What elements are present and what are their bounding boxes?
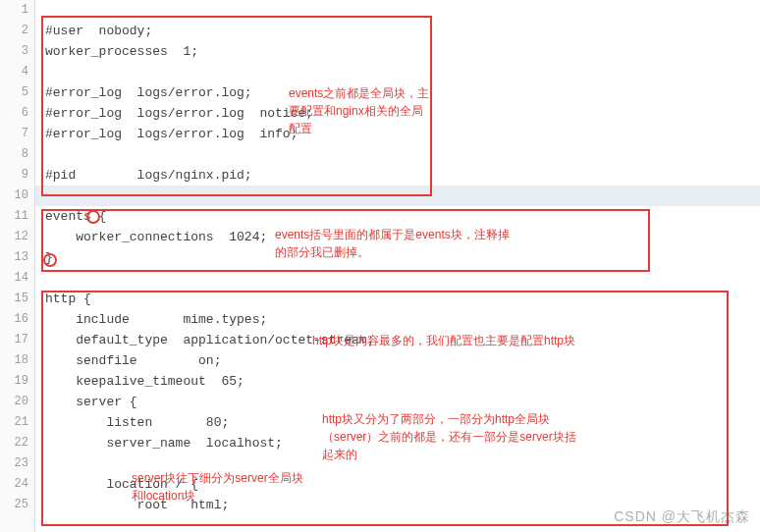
line-number: 14 bbox=[0, 268, 34, 289]
line-number: 1 bbox=[0, 0, 34, 21]
line-number: 19 bbox=[0, 371, 34, 392]
line-number: 12 bbox=[0, 227, 34, 247]
line-number: 2 bbox=[0, 21, 34, 41]
code-line: #error_log logs/error.log; bbox=[35, 82, 760, 103]
code-line: listen 80; bbox=[35, 412, 760, 433]
code-line bbox=[35, 144, 760, 165]
code-line: #user nobody; bbox=[35, 21, 760, 41]
line-number: 17 bbox=[0, 330, 34, 350]
line-number: 8 bbox=[0, 144, 34, 165]
code-line: } bbox=[35, 247, 760, 268]
code-line: worker_connections 1024; bbox=[35, 227, 760, 247]
line-number: 22 bbox=[0, 433, 34, 453]
code-line: keepalive_timeout 65; bbox=[35, 371, 760, 392]
code-editor: 1234567891011121314151617181920212223242… bbox=[0, 0, 760, 532]
line-number: 25 bbox=[0, 495, 34, 515]
line-number: 9 bbox=[0, 165, 34, 186]
line-number: 3 bbox=[0, 41, 34, 62]
code-line bbox=[35, 453, 760, 474]
line-number: 13 bbox=[0, 247, 34, 268]
line-number: 18 bbox=[0, 350, 34, 371]
code-line: #error_log logs/error.log info; bbox=[35, 124, 760, 144]
line-number: 24 bbox=[0, 474, 34, 495]
code-line: worker_processes 1; bbox=[35, 41, 760, 62]
code-line: events { bbox=[35, 206, 760, 227]
line-number: 7 bbox=[0, 124, 34, 144]
line-number: 4 bbox=[0, 62, 34, 82]
code-line bbox=[35, 186, 760, 206]
code-line: sendfile on; bbox=[35, 350, 760, 371]
code-line bbox=[35, 0, 760, 21]
line-number: 20 bbox=[0, 392, 34, 412]
line-number: 15 bbox=[0, 289, 34, 309]
line-number: 6 bbox=[0, 103, 34, 124]
code-line: default_type application/octet-stream; bbox=[35, 330, 760, 350]
code-line: #error_log logs/error.log notice; bbox=[35, 103, 760, 124]
code-line: server_name localhost; bbox=[35, 433, 760, 453]
code-line bbox=[35, 62, 760, 82]
line-number-gutter: 1234567891011121314151617181920212223242… bbox=[0, 0, 35, 532]
line-number: 23 bbox=[0, 453, 34, 474]
line-number: 10 bbox=[0, 186, 34, 206]
code-line: location / { bbox=[35, 474, 760, 495]
code-line: http { bbox=[35, 289, 760, 309]
code-line: include mime.types; bbox=[35, 309, 760, 330]
line-number: 16 bbox=[0, 309, 34, 330]
code-area: #user nobody;worker_processes 1;#error_l… bbox=[35, 0, 760, 532]
code-line: #pid logs/nginx.pid; bbox=[35, 165, 760, 186]
line-number: 21 bbox=[0, 412, 34, 433]
code-line bbox=[35, 268, 760, 289]
line-number: 11 bbox=[0, 206, 34, 227]
line-number: 5 bbox=[0, 82, 34, 103]
code-line: server { bbox=[35, 392, 760, 412]
watermark: CSDN @大飞机杰森 bbox=[614, 508, 750, 526]
